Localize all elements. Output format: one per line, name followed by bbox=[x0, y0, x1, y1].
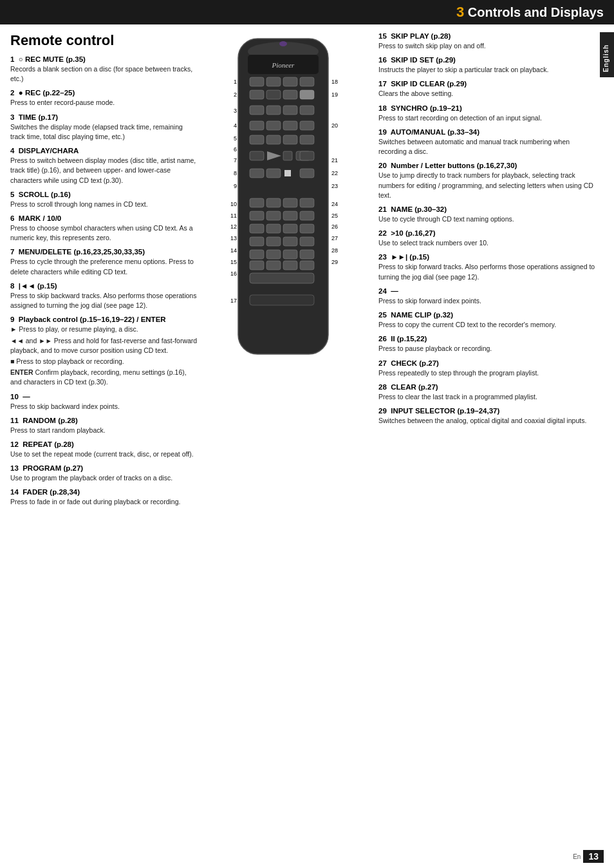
svg-text:17: 17 bbox=[230, 297, 237, 304]
svg-rect-76 bbox=[283, 237, 297, 246]
svg-rect-86 bbox=[250, 273, 314, 283]
item-num: 16 bbox=[378, 56, 387, 64]
svg-rect-46 bbox=[266, 121, 281, 130]
svg-rect-42 bbox=[266, 106, 281, 115]
right-item: 15 SKIP PLAY (p.28)Press to switch skip … bbox=[378, 32, 596, 51]
item-body: Press to pause playback or recording. bbox=[378, 344, 596, 354]
svg-text:18: 18 bbox=[331, 79, 338, 85]
right-item: 16 SKIP ID SET (p.29)Instructs the playe… bbox=[378, 56, 596, 75]
left-item: 11 RANDOM (p.28)Press to start random pl… bbox=[10, 417, 198, 435]
svg-rect-72 bbox=[283, 224, 297, 233]
item-body: Use to jump directly to track numbers fo… bbox=[378, 171, 596, 200]
svg-rect-62 bbox=[250, 198, 264, 207]
item-header: 15 SKIP PLAY (p.28) bbox=[378, 32, 596, 40]
item-body: Press to switch between display modes (d… bbox=[10, 156, 198, 185]
svg-text:20: 20 bbox=[331, 122, 338, 129]
svg-rect-75 bbox=[266, 237, 281, 246]
svg-rect-36 bbox=[300, 77, 314, 86]
right-item: 18 SYNCHRO (p.19–21)Press to start recor… bbox=[378, 104, 596, 123]
svg-text:3: 3 bbox=[234, 108, 237, 114]
left-item: 9 Playback control (p.15–16,19–22) / ENT… bbox=[10, 316, 198, 387]
item-header: 6 MARK / 10/0 bbox=[10, 214, 198, 222]
item-body: Press to skip backward index points. bbox=[10, 402, 198, 411]
svg-rect-47 bbox=[283, 121, 297, 130]
item-num: 4 bbox=[10, 147, 14, 155]
svg-rect-79 bbox=[266, 250, 281, 259]
item-num: 12 bbox=[10, 440, 19, 448]
item-header: 2 ● REC (p.22–25) bbox=[10, 89, 198, 97]
item-num: 28 bbox=[378, 383, 387, 391]
left-item: 5 SCROLL (p.16)Press to scroll through l… bbox=[10, 191, 198, 209]
left-column: Remote control 1 ○ REC MUTE (p.35)Record… bbox=[0, 32, 206, 513]
item-header: 9 Playback control (p.15–16,19–22) / ENT… bbox=[10, 316, 198, 323]
svg-rect-66 bbox=[250, 211, 264, 220]
svg-rect-37 bbox=[250, 90, 264, 99]
item-header: 13 PROGRAM (p.27) bbox=[10, 464, 198, 472]
item-num: 23 bbox=[378, 253, 387, 261]
right-item: 24 —Press to skip forward index points. bbox=[378, 287, 596, 306]
svg-rect-43 bbox=[283, 106, 297, 115]
item-header: 5 SCROLL (p.16) bbox=[10, 191, 198, 198]
item-body: Press to start random playback. bbox=[10, 426, 198, 435]
item-header: 19 AUTO/MANUAL (p.33–34) bbox=[378, 128, 596, 136]
item-body: Use to select track numbers over 10. bbox=[378, 238, 596, 248]
right-item: 25 NAME CLIP (p.32)Press to copy the cur… bbox=[378, 311, 596, 330]
svg-rect-84 bbox=[283, 261, 297, 270]
item-body: Press to clear the last track in a progr… bbox=[378, 392, 596, 402]
svg-text:22: 22 bbox=[331, 170, 338, 176]
item-body: Clears the above setting. bbox=[378, 89, 596, 99]
svg-text:12: 12 bbox=[230, 223, 237, 230]
item-body: Press to choose symbol characters when u… bbox=[10, 223, 198, 243]
item-num: 6 bbox=[10, 214, 14, 222]
svg-rect-44 bbox=[300, 106, 314, 115]
item-header: 23 ►►| (p.15) bbox=[378, 253, 596, 261]
item-body: Switches between automatic and manual tr… bbox=[378, 137, 596, 156]
item-num: 7 bbox=[10, 248, 14, 256]
right-item: 29 INPUT SELECTOR (p.19–24,37)Switches b… bbox=[378, 407, 596, 426]
item-header: 21 NAME (p.30–32) bbox=[378, 205, 596, 213]
right-item: 26 II (p.15,22)Press to pause playback o… bbox=[378, 335, 596, 354]
right-column: 15 SKIP PLAY (p.28)Press to switch skip … bbox=[373, 32, 614, 513]
right-item: 21 NAME (p.30–32)Use to cycle through CD… bbox=[378, 205, 596, 224]
svg-text:27: 27 bbox=[331, 235, 338, 241]
item-header: 12 REPEAT (p.28) bbox=[10, 440, 198, 448]
svg-text:24: 24 bbox=[331, 201, 338, 207]
right-items-list: 15 SKIP PLAY (p.28)Press to switch skip … bbox=[378, 32, 596, 426]
item-header: 14 FADER (p.28,34) bbox=[10, 488, 198, 496]
item-header: 25 NAME CLIP (p.32) bbox=[378, 311, 596, 319]
page-header: 3 Controls and Displays bbox=[0, 0, 614, 24]
item-header: 16 SKIP ID SET (p.29) bbox=[378, 56, 596, 64]
item-header: 10 — bbox=[10, 393, 198, 401]
item-body: Press to copy the current CD text to the… bbox=[378, 320, 596, 330]
item-body: Press to fade in or fade out during play… bbox=[10, 497, 198, 507]
svg-rect-58 bbox=[250, 169, 264, 178]
item-num: 19 bbox=[378, 128, 387, 136]
svg-text:15: 15 bbox=[230, 259, 237, 265]
left-item: 2 ● REC (p.22–25)Press to enter record-p… bbox=[10, 89, 198, 108]
item-body: Press to scroll through long names in CD… bbox=[10, 200, 198, 209]
svg-text:23: 23 bbox=[331, 183, 338, 189]
item-num: 15 bbox=[378, 32, 387, 40]
item-body: Press to skip forward index points. bbox=[378, 296, 596, 306]
item-num: 11 bbox=[10, 417, 19, 424]
svg-rect-73 bbox=[300, 224, 314, 233]
item-num: 22 bbox=[378, 229, 387, 237]
page-footer: En 13 bbox=[573, 850, 604, 863]
left-item: 8 |◄◄ (p.15)Press to skip backward track… bbox=[10, 282, 198, 310]
item-body: Use to program the playback order of tra… bbox=[10, 473, 198, 483]
right-item: 17 SKIP ID CLEAR (p.29)Clears the above … bbox=[378, 80, 596, 99]
item-num: 8 bbox=[10, 282, 14, 290]
svg-rect-65 bbox=[300, 198, 314, 207]
svg-rect-85 bbox=[300, 261, 314, 270]
item-header: 22 >10 (p.16,27) bbox=[378, 229, 596, 237]
item-body: Instructs the player to skip a particula… bbox=[378, 65, 596, 75]
right-item: 23 ►►| (p.15)Press to skip forward track… bbox=[378, 253, 596, 281]
item-num: 21 bbox=[378, 205, 387, 213]
item-num: 13 bbox=[10, 464, 19, 472]
language-tab: English bbox=[600, 32, 614, 77]
item-num: 27 bbox=[378, 359, 387, 367]
svg-rect-61 bbox=[300, 169, 314, 178]
svg-point-88 bbox=[279, 41, 287, 46]
item-body: Press to enter record-pause mode. bbox=[10, 98, 198, 108]
svg-rect-83 bbox=[266, 261, 281, 270]
